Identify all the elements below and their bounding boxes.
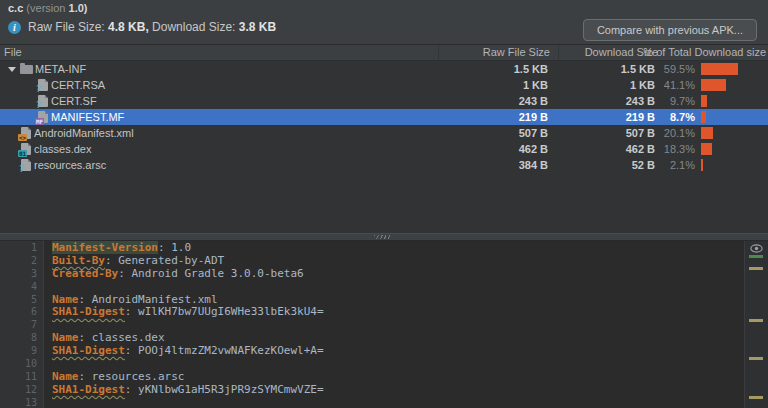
table-row[interactable]: ?CERT.RSA1 KB1 KB41.1% xyxy=(0,77,768,93)
file-type-badge: ? xyxy=(18,166,25,173)
raw-file-size-cell: 1.5 KB xyxy=(514,61,548,77)
file-type-badge: 01 xyxy=(18,150,27,157)
download-size-bar xyxy=(701,79,726,91)
inspection-status-indicator xyxy=(749,255,763,258)
table-row[interactable]: <>AndroidManifest.xml507 B507 B20.1% xyxy=(0,125,768,141)
line-number: 5 xyxy=(0,294,37,307)
table-row[interactable]: META-INF1.5 KB1.5 KB59.5% xyxy=(0,61,768,77)
raw-file-size-cell: 507 B xyxy=(519,125,548,141)
table-row[interactable]: ?CERT.SF243 B243 B9.7% xyxy=(0,93,768,109)
apk-title: c.c (version 1.0) xyxy=(0,0,768,15)
code-line xyxy=(52,397,768,408)
download-size-cell: 507 B xyxy=(626,125,655,141)
apk-version: (version 1.0) xyxy=(26,2,87,14)
editor-error-stripe[interactable] xyxy=(744,241,768,408)
file-icon: MF xyxy=(38,111,48,123)
manifest-attribute-value: : POOj4ltmzZM2vwNAFKezKOewl+A= xyxy=(125,344,324,357)
line-number: 13 xyxy=(0,397,37,408)
warning-stripe-mark[interactable] xyxy=(749,396,763,399)
manifest-attribute-key: Name xyxy=(52,370,79,383)
file-icon: ? xyxy=(21,159,31,171)
manifest-editor[interactable]: 12345678910111213 Manifest-Version: 1.0B… xyxy=(0,241,768,408)
raw-size-value: 4.8 KB, xyxy=(108,20,149,34)
raw-size-label: Raw File Size: xyxy=(28,20,105,34)
manifest-attribute-value: : wIlKH7bw7UUgI6WHe33lbEk3kU4= xyxy=(125,305,324,318)
splitter-handle[interactable] xyxy=(374,235,392,239)
code-line: SHA1-Digest: yKNlbwG1aH5R3jPR9zSYMCmwVZE… xyxy=(52,384,768,397)
file-type-badge: ? xyxy=(35,86,42,93)
table-row[interactable]: ?resources.arsc384 B52 B2.1% xyxy=(0,157,768,173)
horizontal-splitter[interactable] xyxy=(0,233,768,241)
manifest-attribute-key: Created-By xyxy=(52,267,118,280)
size-summary: Raw File Size: 4.8 KB, Download Size: 3.… xyxy=(28,20,276,34)
download-size-cell: 1 KB xyxy=(630,77,655,93)
download-size-cell: 1.5 KB xyxy=(621,61,655,77)
apk-file-name: c.c xyxy=(8,2,23,14)
percent-cell: 8.7% xyxy=(670,109,695,125)
version-prefix: (version xyxy=(26,2,68,14)
file-type-badge: <> xyxy=(18,134,27,141)
manifest-attribute-key: Name xyxy=(52,331,79,344)
size-summary-row: i Raw File Size: 4.8 KB, Download Size: … xyxy=(8,20,276,34)
file-icon: ? xyxy=(38,95,48,107)
manifest-attribute-key: Manifest-Version xyxy=(52,241,158,254)
line-number: 12 xyxy=(0,384,37,397)
file-name-label: CERT.SF xyxy=(51,93,97,109)
line-number: 10 xyxy=(0,358,37,371)
raw-file-size-cell: 1 KB xyxy=(523,77,548,93)
line-number: 2 xyxy=(0,255,37,268)
column-header-file[interactable]: File xyxy=(4,46,22,58)
manifest-attribute-value: : resources.arsc xyxy=(79,370,185,383)
column-divider[interactable] xyxy=(558,45,559,60)
editor-code-area[interactable]: Manifest-Version: 1.0Built-By: Generated… xyxy=(44,241,768,408)
expander-chevron-down-icon[interactable] xyxy=(8,67,16,72)
percent-cell: 59.5% xyxy=(664,61,695,77)
column-header-percent-of-total[interactable]: % of Total Download size xyxy=(643,46,766,58)
column-divider[interactable] xyxy=(438,45,439,60)
file-icon: <> xyxy=(21,127,31,139)
manifest-attribute-key: SHA1-Digest xyxy=(52,383,125,396)
percent-cell: 9.7% xyxy=(670,93,695,109)
file-name-label: META-INF xyxy=(35,61,86,77)
file-name-label: MANIFEST.MF xyxy=(51,109,124,125)
warning-stripe-mark[interactable] xyxy=(749,319,763,322)
warning-stripe-mark[interactable] xyxy=(749,267,763,270)
line-number: 3 xyxy=(0,268,37,281)
header-panel: c.c (version 1.0) i Raw File Size: 4.8 K… xyxy=(0,0,768,45)
download-size-bar xyxy=(701,95,707,107)
download-size-bar xyxy=(701,111,706,123)
version-value: 1.0) xyxy=(69,2,88,14)
download-size-bar xyxy=(701,143,712,155)
download-size-cell: 219 B xyxy=(626,109,655,125)
manifest-attribute-value: : Generated-by-ADT xyxy=(105,254,224,267)
download-size-cell: 243 B xyxy=(626,93,655,109)
file-name-label: resources.arsc xyxy=(34,157,106,173)
table-row[interactable]: 01classes.dex462 B462 B18.3% xyxy=(0,141,768,157)
file-icon: 01 xyxy=(21,143,31,155)
manifest-attribute-value: : AndroidManifest.xml xyxy=(79,293,218,306)
manifest-attribute-value: : Android Gradle 3.0.0-beta6 xyxy=(118,267,303,280)
download-size-cell: 462 B xyxy=(626,141,655,157)
file-tree-table[interactable]: META-INF1.5 KB1.5 KB59.5%?CERT.RSA1 KB1 … xyxy=(0,61,768,233)
line-number: 4 xyxy=(0,281,37,294)
column-header-raw-file-size[interactable]: Raw File Size xyxy=(483,46,550,58)
manifest-attribute-value: : classes.dex xyxy=(79,331,165,344)
line-number: 7 xyxy=(0,319,37,332)
warning-stripe-mark[interactable] xyxy=(749,357,763,360)
download-size-bar xyxy=(701,159,703,171)
raw-file-size-cell: 219 B xyxy=(519,109,548,125)
inspections-eye-icon[interactable] xyxy=(750,244,763,253)
compare-with-previous-apk-button[interactable]: Compare with previous APK... xyxy=(583,19,757,41)
table-row[interactable]: MFMANIFEST.MF219 B219 B8.7% xyxy=(0,109,768,125)
table-header: File Raw File Size Download Size % of To… xyxy=(0,45,768,61)
code-line: Created-By: Android Gradle 3.0.0-beta6 xyxy=(52,268,768,281)
download-size-value: 3.8 KB xyxy=(239,20,276,34)
file-name-label: classes.dex xyxy=(34,141,91,157)
apk-analyzer-window: c.c (version 1.0) i Raw File Size: 4.8 K… xyxy=(0,0,768,408)
download-size-cell: 52 B xyxy=(632,157,655,173)
file-name-label: CERT.RSA xyxy=(51,77,105,93)
code-line: SHA1-Digest: wIlKH7bw7UUgI6WHe33lbEk3kU4… xyxy=(52,306,768,319)
line-number: 8 xyxy=(0,332,37,345)
file-type-badge: ? xyxy=(35,102,42,109)
raw-file-size-cell: 384 B xyxy=(519,157,548,173)
